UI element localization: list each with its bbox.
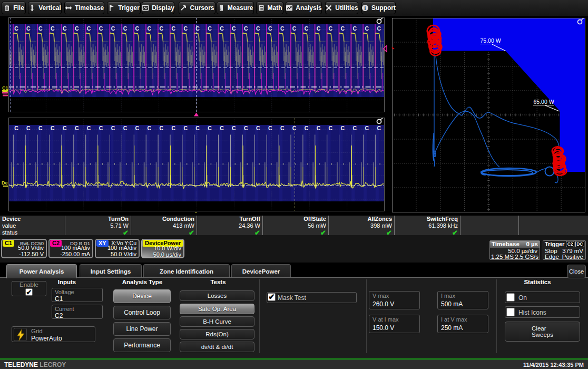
svg-text:75.00 W: 75.00 W — [481, 37, 501, 44]
svg-text:C: C — [232, 125, 236, 131]
svg-text:C: C — [26, 25, 31, 32]
svg-text:C: C — [38, 25, 43, 32]
svg-text:C: C — [208, 25, 212, 32]
svg-text:C: C — [87, 125, 91, 131]
svg-text:C: C — [51, 25, 55, 32]
svg-text:C: C — [341, 125, 345, 131]
svg-text:C: C — [208, 125, 212, 131]
svg-text:C: C — [232, 25, 236, 32]
svg-text:C: C — [365, 25, 369, 32]
svg-text:C: C — [63, 125, 67, 131]
svg-text:C: C — [38, 125, 43, 131]
svg-text:C: C — [353, 125, 357, 131]
svg-text:C: C — [268, 125, 272, 131]
svg-text:C: C — [256, 125, 260, 131]
svg-text:C: C — [135, 125, 140, 131]
svg-text:C: C — [26, 125, 31, 131]
svg-text:C: C — [377, 25, 381, 32]
svg-text:C: C — [75, 25, 79, 32]
svg-text:C1: C1 — [2, 85, 8, 91]
svg-text:C: C — [183, 25, 188, 32]
svg-text:C: C — [292, 125, 297, 131]
svg-text:C: C — [220, 125, 224, 131]
svg-text:De: De — [2, 180, 8, 186]
svg-text:C: C — [171, 125, 175, 131]
svg-text:C: C — [171, 25, 175, 32]
svg-text:C: C — [317, 25, 321, 32]
svg-text:C: C — [353, 25, 357, 32]
svg-text:C: C — [160, 25, 164, 32]
svg-text:65.00 W: 65.00 W — [534, 99, 554, 105]
svg-text:C: C — [99, 125, 103, 131]
svg-text:C: C — [329, 125, 333, 131]
svg-text:C: C — [183, 125, 188, 131]
svg-text:C: C — [244, 125, 248, 131]
svg-text:C: C — [377, 125, 381, 131]
svg-text:C: C — [195, 125, 200, 131]
svg-text:C: C — [14, 125, 18, 131]
svg-text:C: C — [341, 25, 345, 32]
svg-text:C: C — [99, 25, 103, 32]
svg-text:C: C — [280, 25, 285, 32]
svg-text:C: C — [63, 25, 67, 32]
svg-text:C: C — [148, 25, 152, 32]
svg-text:C: C — [256, 25, 260, 32]
svg-text:C: C — [14, 25, 18, 32]
svg-text:C: C — [51, 125, 55, 131]
svg-text:C: C — [75, 125, 79, 131]
svg-text:C: C — [305, 25, 309, 32]
svg-text:C: C — [329, 25, 333, 32]
svg-text:C: C — [305, 125, 309, 131]
svg-text:C: C — [111, 25, 115, 32]
svg-text:i: i — [365, 5, 366, 11]
svg-text:C: C — [135, 25, 140, 32]
svg-text:C: C — [292, 25, 297, 32]
svg-text:C: C — [280, 125, 285, 131]
svg-text:C: C — [365, 125, 369, 131]
svg-text:C: C — [268, 25, 272, 32]
svg-text:C: C — [148, 125, 152, 131]
svg-text:C: C — [123, 125, 128, 131]
svg-text:C: C — [160, 125, 164, 131]
svg-text:C: C — [244, 25, 248, 32]
svg-text:C: C — [123, 25, 128, 32]
svg-text:C: C — [220, 25, 224, 32]
svg-text:C: C — [317, 125, 321, 131]
svg-text:C: C — [111, 125, 115, 131]
svg-text:C: C — [87, 25, 91, 32]
